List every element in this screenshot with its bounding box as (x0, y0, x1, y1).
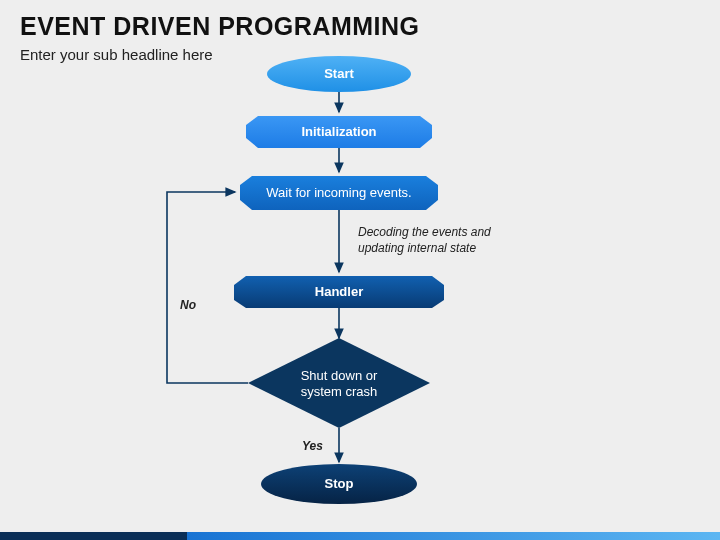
node-wait: Wait for incoming events. (240, 176, 438, 210)
node-stop: Stop (261, 464, 417, 504)
node-start-label: Start (324, 66, 354, 81)
node-handler: Handler (234, 276, 444, 308)
annotation-decode-line1: Decoding the events and (358, 225, 491, 239)
node-decision-label-line2: system crash (301, 384, 378, 399)
edge-label-yes: Yes (302, 439, 323, 453)
edge-label-no: No (180, 298, 196, 312)
node-decision-label-line1: Shut down or (301, 368, 378, 383)
node-stop-label: Stop (325, 476, 354, 491)
node-init-label: Initialization (301, 124, 376, 139)
node-decision: Shut down or system crash (248, 338, 430, 428)
flowchart-canvas: Start Initialization Wait for incoming e… (0, 0, 720, 540)
node-handler-label: Handler (315, 284, 363, 299)
footer-accent-bar (0, 532, 720, 540)
node-init: Initialization (246, 116, 432, 148)
annotation-decode-line2: updating internal state (358, 241, 476, 255)
node-start: Start (267, 56, 411, 92)
node-wait-label: Wait for incoming events. (266, 185, 411, 200)
